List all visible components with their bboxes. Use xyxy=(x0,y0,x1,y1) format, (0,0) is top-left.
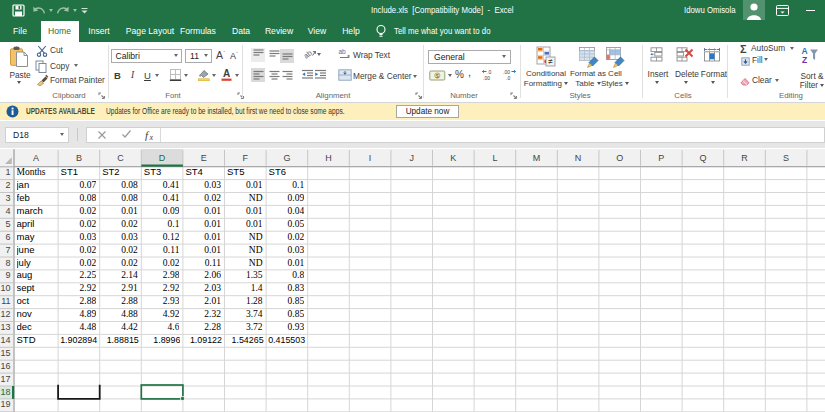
svg-text:ab: ab xyxy=(303,48,314,59)
svg-text:A: A xyxy=(223,68,230,79)
svg-text:ab: ab xyxy=(339,48,347,55)
svg-text:$: $ xyxy=(436,72,439,78)
svg-text:x: x xyxy=(149,132,154,141)
svg-text:A: A xyxy=(801,46,807,56)
svg-text:Z: Z xyxy=(802,55,807,65)
svg-text:.0: .0 xyxy=(506,74,510,80)
svg-text:.00: .00 xyxy=(483,74,490,80)
svg-text:≠: ≠ xyxy=(548,57,553,66)
